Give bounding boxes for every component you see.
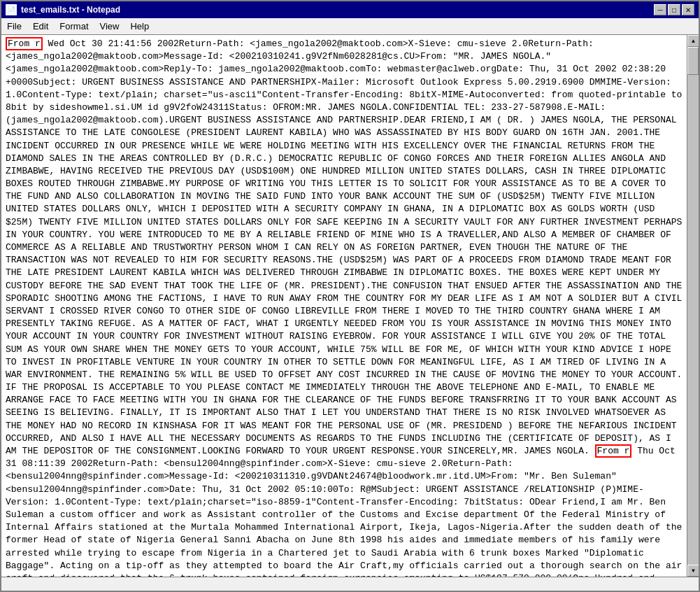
close-button[interactable]: ✕: [682, 4, 694, 15]
text-content[interactable]: From r Wed Oct 30 21:41:56 2002Return-Pa…: [1, 35, 687, 577]
menu-bar: File Edit Format View Help: [1, 18, 699, 35]
menu-edit[interactable]: Edit: [27, 20, 54, 33]
status-bar: [1, 577, 699, 591]
text-body-2: Thu Oct 31 08:11:39 2002Return-Path: <be…: [6, 446, 687, 577]
title-bar-left: 📄 test_emails.txt - Notepad: [6, 4, 120, 15]
scrollbar-thumb[interactable]: [687, 47, 699, 75]
window-title: test_emails.txt - Notepad: [21, 5, 120, 15]
menu-view[interactable]: View: [94, 20, 125, 33]
title-bar-controls: ─ □ ✕: [654, 4, 694, 15]
scroll-up-button[interactable]: ▲: [687, 35, 699, 47]
app-icon: 📄: [6, 4, 17, 15]
scroll-down-button[interactable]: ▼: [687, 565, 699, 577]
notepad-window: 📄 test_emails.txt - Notepad ─ □ ✕ File E…: [0, 0, 700, 592]
scrollbar-vertical[interactable]: ▲ ▼: [687, 35, 699, 577]
minimize-button[interactable]: ─: [654, 4, 666, 15]
content-area: From r Wed Oct 30 21:41:56 2002Return-Pa…: [1, 35, 699, 577]
menu-file[interactable]: File: [1, 20, 27, 33]
menu-format[interactable]: Format: [54, 20, 94, 33]
scrollbar-track[interactable]: [687, 47, 699, 565]
from-highlight-2: From r: [595, 444, 632, 458]
menu-help[interactable]: Help: [124, 20, 155, 33]
maximize-button[interactable]: □: [668, 4, 680, 15]
from-highlight-1: From r: [6, 37, 43, 50]
text-body-1: Wed Oct 30 21:41:56 2002Return-Path: <ja…: [6, 38, 687, 456]
title-bar: 📄 test_emails.txt - Notepad ─ □ ✕: [1, 1, 699, 18]
